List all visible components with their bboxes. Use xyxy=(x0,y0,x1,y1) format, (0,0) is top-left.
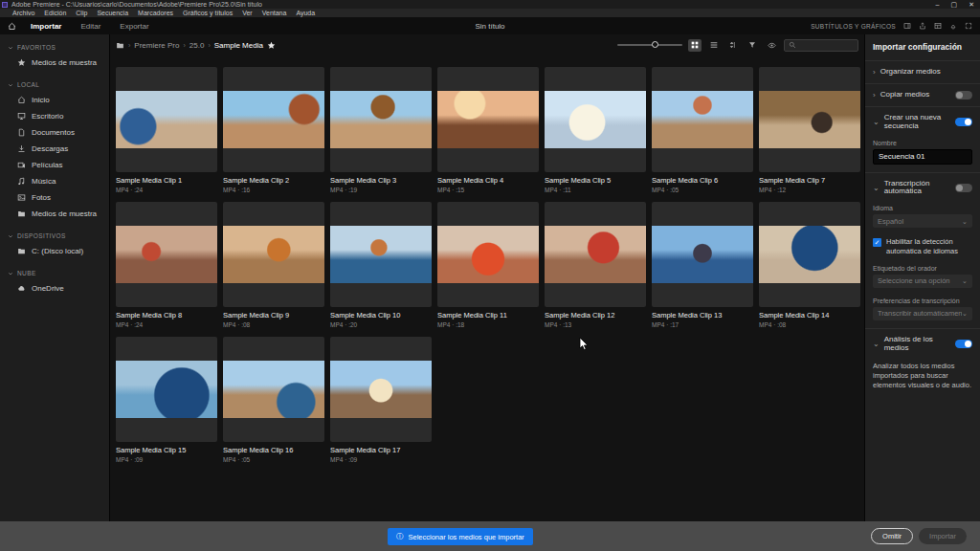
section-media-analysis[interactable]: ⌄ Análisis de los medios xyxy=(865,329,980,360)
app-header: ImportarEditarExportar Sin título SUBTÍT… xyxy=(0,17,980,34)
transcription-pref-dropdown[interactable]: Transcribir automáticamente solo los cl.… xyxy=(873,307,972,320)
document-icon xyxy=(17,128,26,137)
menu-item-ayuda[interactable]: Ayuda xyxy=(291,10,320,16)
tab-exportar[interactable]: Exportar xyxy=(112,18,156,34)
maximize-button[interactable]: ▢ xyxy=(951,1,958,9)
sort-button[interactable] xyxy=(726,39,740,52)
sidebar-section: DISPOSITIVOSC: (Disco local) xyxy=(0,229,109,259)
preview-toggle-button[interactable] xyxy=(765,39,778,52)
sidebar-item-fotos[interactable]: Fotos xyxy=(0,189,109,206)
slider-track xyxy=(617,44,682,46)
clip-thumbnail-card[interactable] xyxy=(330,67,432,172)
menu-item-edici-n[interactable]: Edición xyxy=(39,10,71,16)
clip-meta: MP4 · :05 xyxy=(652,187,753,193)
home-icon[interactable] xyxy=(0,22,23,31)
import-button[interactable]: Importar xyxy=(919,528,967,544)
sidebar-item-pel-culas[interactable]: Películas xyxy=(0,157,109,173)
clip-meta: MP4 · :17 xyxy=(652,321,753,328)
favorite-star-icon[interactable] xyxy=(267,41,276,50)
sidebar-section-header[interactable]: FAVORITOS xyxy=(0,40,109,55)
breadcrumb-item[interactable]: 25.0 xyxy=(189,41,205,50)
share-icon[interactable] xyxy=(919,22,926,30)
clip-thumbnail-card[interactable] xyxy=(652,202,753,307)
clip-thumbnail-card[interactable] xyxy=(759,67,860,172)
list-view-button[interactable] xyxy=(707,39,721,52)
clip-thumbnail-card[interactable] xyxy=(759,202,860,307)
sidebar-item-c-disco-local-[interactable]: C: (Disco local) xyxy=(0,243,109,259)
section-auto-transcription[interactable]: ⌄ Transcripción automática xyxy=(865,173,980,204)
search-input[interactable] xyxy=(799,41,854,50)
workspace-label[interactable]: SUBTÍTULOS Y GRÁFICOS xyxy=(811,23,896,30)
clip-thumbnail-card[interactable] xyxy=(116,202,217,307)
clip-meta: MP4 · :05 xyxy=(223,456,324,463)
menu-item-archivo[interactable]: Archivo xyxy=(8,10,39,16)
menu-item-marcadores[interactable]: Marcadores xyxy=(133,10,178,16)
clip-thumbnail-card[interactable] xyxy=(223,337,324,442)
workspaces-icon[interactable] xyxy=(934,22,942,30)
tab-importar[interactable]: Importar xyxy=(23,18,69,34)
filter-button[interactable] xyxy=(746,39,759,52)
clip-cell: Sample Media Clip 17MP4 · :09 xyxy=(330,337,432,463)
menu-item-gr-ficos-y-t-tulos[interactable]: Gráficos y títulos xyxy=(178,10,237,16)
close-button[interactable]: ✕ xyxy=(969,1,974,9)
panel-icon[interactable] xyxy=(903,22,911,30)
section-organize-media[interactable]: › Organizar medios xyxy=(865,61,980,84)
clip-thumbnail-card[interactable] xyxy=(223,202,324,307)
grid-view-button[interactable] xyxy=(688,39,702,52)
breadcrumb-item[interactable]: Sample Media xyxy=(214,41,263,50)
sidebar-item-documentos[interactable]: Documentos xyxy=(0,124,109,141)
media-analysis-toggle[interactable] xyxy=(955,340,972,348)
clip-meta: MP4 · :12 xyxy=(759,187,860,193)
skip-button[interactable]: Omitir xyxy=(871,528,913,544)
search-box[interactable] xyxy=(784,39,858,52)
menu-item-ventana[interactable]: Ventana xyxy=(257,10,292,16)
fullscreen-icon[interactable] xyxy=(965,22,972,30)
notifications-icon[interactable] xyxy=(949,22,957,30)
menu-item-ver[interactable]: Ver xyxy=(237,10,257,16)
clip-thumbnail-card[interactable] xyxy=(652,67,753,172)
language-dropdown[interactable]: Español ⌄ xyxy=(873,214,972,228)
transcription-toggle[interactable] xyxy=(955,184,972,192)
sidebar-section-header[interactable]: LOCAL xyxy=(0,77,109,92)
sequence-name-input[interactable] xyxy=(873,149,972,165)
clip-name: Sample Media Clip 4 xyxy=(437,176,539,185)
copy-media-toggle[interactable] xyxy=(955,91,972,99)
sidebar-item-escritorio[interactable]: Escritorio xyxy=(0,108,109,124)
slider-thumb[interactable] xyxy=(652,41,658,48)
language-detect-checkbox[interactable]: ✓ xyxy=(873,238,881,247)
clip-thumbnail-card[interactable] xyxy=(116,337,217,442)
sidebar-section-header[interactable]: DISPOSITIVOS xyxy=(0,229,109,243)
clip-thumbnail-image xyxy=(223,226,324,283)
clip-thumbnail-card[interactable] xyxy=(437,67,539,172)
clip-thumbnail-image xyxy=(437,91,539,148)
sidebar-section-header[interactable]: NUBE xyxy=(0,266,109,280)
clip-meta: MP4 · :16 xyxy=(223,187,324,193)
sidebar-item-medios-de-muestra[interactable]: Medios de muestra xyxy=(0,206,109,222)
section-new-sequence[interactable]: ⌄ Crear una nueva secuencia xyxy=(865,107,980,138)
sidebar-item-medios-de-muestra[interactable]: Medios de muestra xyxy=(0,55,109,71)
clip-meta: MP4 · :20 xyxy=(330,321,432,328)
clip-name: Sample Media Clip 3 xyxy=(330,176,432,185)
clip-thumbnail-card[interactable] xyxy=(545,67,646,172)
tab-editar[interactable]: Editar xyxy=(73,18,108,34)
breadcrumb-item[interactable]: Premiere Pro xyxy=(134,41,179,50)
menu-item-clip[interactable]: Clip xyxy=(71,10,92,16)
clip-thumbnail-card[interactable] xyxy=(116,67,217,172)
window-title: Adobe Premiere - C:\Usuarios\carlo\Docum… xyxy=(11,1,262,8)
clip-thumbnail-card[interactable] xyxy=(330,337,432,442)
clip-thumbnail-card[interactable] xyxy=(545,202,646,307)
sidebar-item-inicio[interactable]: Inicio xyxy=(0,92,109,108)
menu-item-secuencia[interactable]: Secuencia xyxy=(92,10,133,16)
sidebar-item-onedrive[interactable]: OneDrive xyxy=(0,280,109,297)
new-sequence-toggle[interactable] xyxy=(955,118,972,126)
clip-thumbnail-card[interactable] xyxy=(437,202,539,307)
minimize-button[interactable]: – xyxy=(936,1,940,9)
thumbnail-size-slider[interactable] xyxy=(617,40,682,50)
speaker-dropdown[interactable]: Seleccione una opción ⌄ xyxy=(873,275,972,288)
clip-thumbnail-card[interactable] xyxy=(223,67,324,172)
sidebar-item-descargas[interactable]: Descargas xyxy=(0,141,109,157)
section-copy-media[interactable]: › Copiar medios xyxy=(865,84,980,107)
sidebar-item-m-sica[interactable]: Música xyxy=(0,173,109,189)
import-settings-panel: Importar configuración › Organizar medio… xyxy=(864,34,980,521)
clip-thumbnail-card[interactable] xyxy=(330,202,432,307)
